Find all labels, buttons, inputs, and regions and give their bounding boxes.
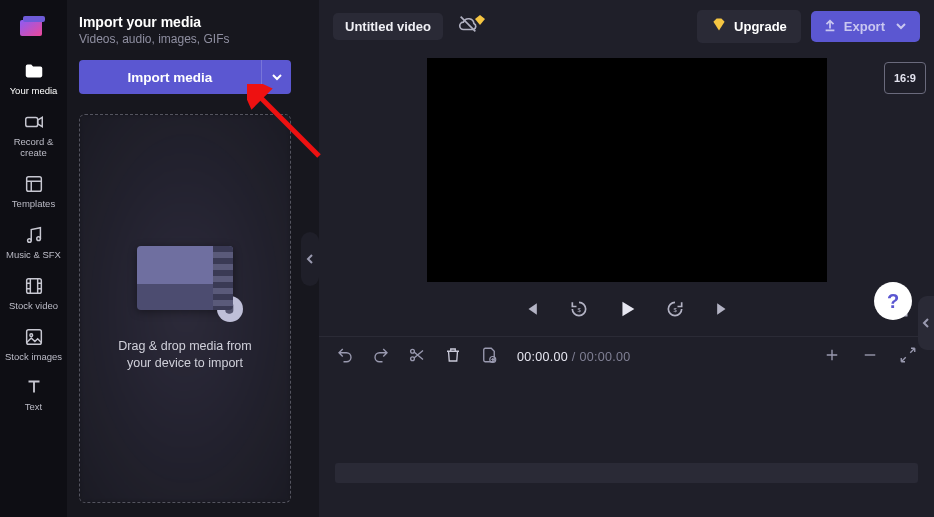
- rail-label: Your media: [10, 86, 58, 97]
- svg-text:$: $: [673, 307, 677, 313]
- dropzone-thumb-icon: [137, 246, 233, 310]
- text-icon: [23, 376, 45, 398]
- undo-button[interactable]: [335, 347, 355, 367]
- split-button[interactable]: [407, 347, 427, 367]
- trash-icon: [444, 346, 462, 368]
- cloud-sync-button[interactable]: [453, 11, 483, 41]
- timeline-track[interactable]: [335, 463, 918, 483]
- rail-label: Stock video: [9, 301, 58, 312]
- rail-music-sfx[interactable]: Music & SFX: [0, 220, 67, 271]
- topbar: Untitled video Upgrade Export: [319, 0, 934, 52]
- player-controls: $ $: [319, 286, 934, 336]
- expand-right-panel-button[interactable]: [918, 296, 934, 350]
- fit-timeline-button[interactable]: [898, 347, 918, 367]
- play-button[interactable]: [615, 299, 639, 323]
- svg-text:$: $: [577, 307, 581, 313]
- diamond-icon: [711, 17, 727, 36]
- panel-subtitle: Videos, audio, images, GIFs: [79, 32, 291, 46]
- rail-stock-images[interactable]: Stock images: [0, 322, 67, 373]
- plus-icon: [823, 346, 841, 368]
- preview-stage-wrap: 16:9: [319, 52, 934, 282]
- rail-text[interactable]: Text: [0, 372, 67, 423]
- fit-icon: [899, 346, 917, 368]
- app-logo: [20, 16, 48, 36]
- film-icon: [23, 275, 45, 297]
- forward-icon: $: [665, 299, 685, 323]
- svg-point-8: [29, 333, 32, 336]
- hand-drag-icon: [217, 296, 243, 322]
- duplicate-button[interactable]: [479, 347, 499, 367]
- zoom-out-button[interactable]: [860, 347, 880, 367]
- timecode: 00:00.00 / 00:00.00: [517, 350, 630, 364]
- media-panel: Import your media Videos, audio, images,…: [67, 0, 305, 517]
- import-media-button[interactable]: Import media: [79, 60, 261, 94]
- editor-main: Untitled video Upgrade Export 16:9: [319, 0, 934, 517]
- rail-label: Text: [25, 402, 42, 413]
- rail-templates[interactable]: Templates: [0, 169, 67, 220]
- svg-rect-0: [20, 20, 42, 36]
- redo-icon: [372, 346, 390, 368]
- rewind-icon: $: [569, 299, 589, 323]
- svg-rect-2: [25, 117, 37, 126]
- redo-button[interactable]: [371, 347, 391, 367]
- rail-stock-video[interactable]: Stock video: [0, 271, 67, 322]
- svg-rect-1: [23, 16, 45, 22]
- import-media-dropdown[interactable]: [261, 60, 291, 94]
- skip-forward-button[interactable]: [711, 299, 735, 323]
- media-dropzone[interactable]: Drag & drop media from your device to im…: [79, 114, 291, 503]
- skip-back-button[interactable]: [519, 299, 543, 323]
- undo-icon: [336, 346, 354, 368]
- play-icon: [616, 298, 638, 324]
- svg-rect-7: [26, 329, 41, 344]
- preview-canvas[interactable]: [427, 58, 827, 282]
- file-plus-icon: [480, 346, 498, 368]
- help-button[interactable]: ?: [874, 282, 912, 320]
- chevron-down-icon: [892, 19, 906, 34]
- upgrade-button[interactable]: Upgrade: [697, 10, 801, 43]
- chevron-left-icon: [921, 314, 931, 332]
- svg-rect-3: [26, 176, 41, 191]
- export-button[interactable]: Export: [811, 11, 920, 42]
- chevron-down-icon: [272, 70, 282, 85]
- dropzone-text: Drag & drop media from your device to im…: [118, 338, 251, 372]
- upload-icon: [823, 18, 837, 35]
- skip-back-icon: [521, 299, 541, 323]
- rail-label: Templates: [12, 199, 55, 210]
- zoom-in-button[interactable]: [822, 347, 842, 367]
- image-icon: [23, 326, 45, 348]
- forward-button[interactable]: $: [663, 299, 687, 323]
- svg-rect-6: [26, 278, 41, 293]
- rail-your-media[interactable]: Your media: [0, 56, 67, 107]
- svg-point-5: [36, 237, 40, 241]
- camera-icon: [23, 111, 45, 133]
- panel-divider: [305, 0, 319, 517]
- premium-diamond-icon: [475, 11, 485, 21]
- scissors-icon: [408, 346, 426, 368]
- minus-icon: [861, 346, 879, 368]
- left-rail: Your media Record & create Templates Mus…: [0, 0, 67, 517]
- chevron-left-icon: [305, 250, 315, 268]
- aspect-ratio-button[interactable]: 16:9: [884, 62, 926, 94]
- export-label: Export: [844, 19, 885, 34]
- rail-record-create[interactable]: Record & create: [0, 107, 67, 169]
- panel-title: Import your media: [79, 14, 291, 30]
- upgrade-label: Upgrade: [734, 19, 787, 34]
- delete-button[interactable]: [443, 347, 463, 367]
- collapse-panel-button[interactable]: [301, 232, 319, 286]
- templates-icon: [23, 173, 45, 195]
- rewind-button[interactable]: $: [567, 299, 591, 323]
- music-icon: [23, 224, 45, 246]
- rail-label: Stock images: [5, 352, 62, 363]
- svg-point-4: [27, 238, 31, 242]
- project-title-input[interactable]: Untitled video: [333, 13, 443, 40]
- timeline: 00:00.00 / 00:00.00: [319, 336, 934, 517]
- folder-icon: [23, 60, 45, 82]
- rail-label: Record & create: [0, 137, 67, 159]
- skip-forward-icon: [713, 299, 733, 323]
- rail-label: Music & SFX: [6, 250, 61, 261]
